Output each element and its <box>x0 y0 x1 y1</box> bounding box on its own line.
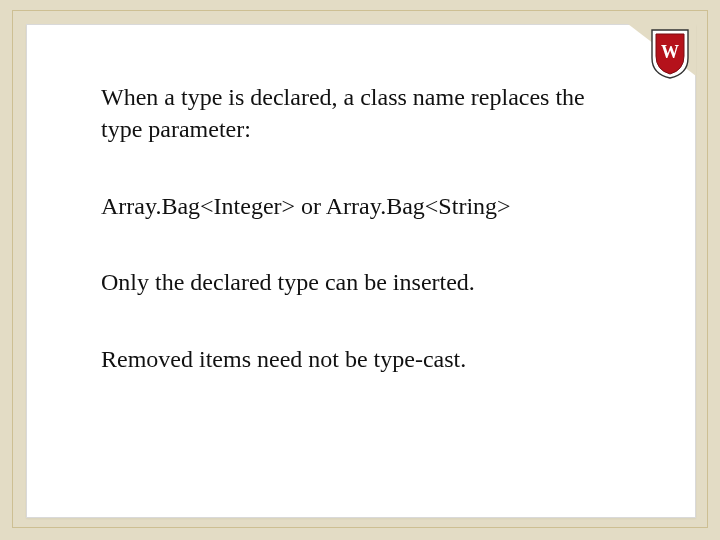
slide-content: When a type is declared, a class name re… <box>27 25 695 459</box>
uw-crest-icon: University of Wisconsin crest W <box>650 28 690 80</box>
paragraph-4: Removed items need not be type-cast. <box>101 343 625 375</box>
paragraph-1: When a type is declared, a class name re… <box>101 81 625 146</box>
paragraph-2: Array.Bag<Integer> or Array.Bag<String> <box>101 190 625 222</box>
slide-card: When a type is declared, a class name re… <box>26 24 696 518</box>
svg-text:W: W <box>661 42 679 62</box>
paragraph-3: Only the declared type can be inserted. <box>101 266 625 298</box>
